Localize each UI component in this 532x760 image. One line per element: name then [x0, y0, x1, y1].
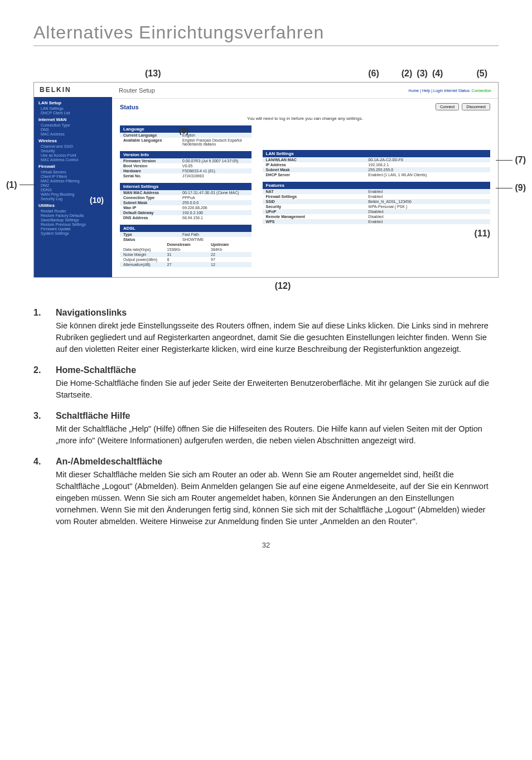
int-sm-v: 255.0.0.0 — [179, 200, 252, 205]
router-setup-title: Router Setup — [119, 87, 155, 94]
sidebar-wireless[interactable]: Wireless — [38, 138, 108, 143]
router-header: Router Setup Home | Help | Login Interne… — [112, 83, 498, 99]
sidebar-firewall[interactable]: Firewall — [38, 164, 108, 169]
section-3-text: Mit der Schaltfläche „Help" (Hilfe) öffn… — [56, 423, 499, 447]
sidebar-item-vs[interactable]: Virtual Servers — [41, 170, 108, 174]
adsl-noise-u: 22 — [207, 252, 252, 257]
sidebar-item-restore[interactable]: Restore Factory Defaults — [41, 214, 108, 217]
section-4-title: An-/Abmeldeschaltfläche — [56, 457, 499, 467]
callout-10: (10) — [90, 196, 104, 205]
section-2-text: Die Home-Schaltfläche finden Sie auf jed… — [56, 377, 499, 401]
adsl-rate-u: 384Kb — [207, 247, 252, 252]
callout-4: (4) — [432, 69, 443, 79]
header-links[interactable]: Home | Help | Login Internet Status: Con… — [409, 89, 491, 93]
int-mac-v: 00-17-31-47-3E-01 (Clone MAC) — [179, 190, 252, 195]
section-2: 2. Home-Schaltfläche Die Home-Schaltfläc… — [33, 365, 499, 401]
adsl-col-empty — [120, 242, 164, 247]
sidebar-item-ap[interactable]: Use as Access Point — [41, 153, 108, 157]
sidebar-item-lan[interactable]: LAN Settings — [41, 107, 108, 110]
adsl-pow-d: 8 — [164, 257, 208, 262]
sidebar-lan-setup[interactable]: LAN Setup — [38, 100, 108, 105]
sidebar-item-fw[interactable]: Firmware Update — [41, 227, 108, 231]
feat-wps-k: WPS — [263, 219, 365, 224]
section-2-num: 2. — [33, 365, 56, 401]
sidebar-item-security[interactable]: Security — [41, 149, 108, 153]
sidebar-item-sys[interactable]: System Settings — [41, 231, 108, 235]
sidebar-item-restoreprev[interactable]: Restore Previous Settings — [41, 222, 108, 226]
sidebar-item-dmz[interactable]: DMZ — [41, 183, 108, 187]
connect-button[interactable]: Connect — [436, 103, 459, 110]
feat-fw-k: Firewall Settings — [263, 194, 365, 199]
int-dg-k: Default Gateway — [120, 210, 179, 215]
panel-lan-title: LAN Settings — [263, 150, 490, 157]
callout-3: (3) — [417, 69, 428, 79]
sidebar-item-restart[interactable]: Restart Router — [41, 209, 108, 213]
lan-mac-k: LAN/WLAN MAC — [263, 157, 365, 162]
router-sidebar[interactable]: BELKIN LAN Setup LAN Settings DHCP Clien… — [34, 83, 112, 277]
sidebar-item-macf[interactable]: MAC Address Filtering — [41, 179, 108, 183]
adsl-status-v: SHOWTIME — [179, 237, 252, 242]
feat-sec-v: WPA-Personal ( PSK ) — [365, 204, 490, 209]
section-4-num: 4. — [33, 457, 56, 527]
ver-boot-v: V0.05 — [179, 163, 252, 168]
section-1-text: Sie können direkt jede Einstellungsseite… — [56, 320, 499, 355]
feat-rm-k: Remote Management — [263, 214, 365, 219]
int-ct-v: PPPoA — [179, 195, 252, 200]
adsl-col-up: Upstream — [207, 242, 252, 247]
sidebar-item-conntype[interactable]: Connection Type — [41, 123, 108, 127]
section-3-title: Schaltfläche Hilfe — [56, 411, 499, 421]
int-wip-k: Wan IP — [120, 205, 179, 210]
page-title: Alternatives Einrichtungsverfahren — [33, 22, 499, 43]
int-dg-v: 192.0.2.100 — [179, 210, 252, 215]
sidebar-item-ipf[interactable]: Client IP Filters — [41, 175, 108, 178]
sidebar-item-dhcp[interactable]: DHCP Client List — [41, 111, 108, 115]
lang-avail-v[interactable]: English Français Deutsch Español Nederla… — [179, 138, 252, 147]
lan-sm-k: Subnet Mask — [263, 167, 365, 172]
int-dns-v: 68.94.156.1 — [179, 215, 252, 220]
section-1: 1. Navigationslinks Sie können direkt je… — [33, 308, 499, 355]
sidebar-internet-wan[interactable]: Internet WAN — [38, 117, 108, 122]
callout-11: (11) — [263, 229, 490, 239]
callout-7: (7) — [496, 155, 526, 165]
status-row: Status Connect Disconnect — [112, 99, 498, 115]
adsl-noise-k: Noise Margin — [120, 252, 164, 257]
lang-avail-k: Available Languages — [120, 138, 179, 147]
adsl-att-u: 12 — [207, 262, 252, 267]
adsl-status-k: Status — [120, 237, 179, 242]
section-4-text: Mit dieser Schaltfläche melden Sie sich … — [56, 469, 499, 527]
sidebar-item-channel[interactable]: Channel and SSID — [41, 144, 108, 148]
ver-sn-v: J724318983 — [179, 173, 252, 178]
feat-ssid-v: Belkin_N_ADSL_123456 — [365, 199, 490, 204]
ver-sn-k: Serial No. — [120, 173, 179, 178]
adsl-pow-k: Output power(dBm) — [120, 257, 164, 262]
sidebar-item-mac[interactable]: MAC Address — [41, 132, 108, 136]
panel-adsl: ADSL TypeFast Path StatusSHOWTIME Downst… — [120, 225, 252, 267]
adsl-att-k: Attenuation(dB) — [120, 262, 164, 267]
sidebar-item-save[interactable]: Save/Backup Settings — [41, 218, 108, 222]
feat-nat-k: NAT — [263, 189, 365, 194]
ver-hw-v: F5D8633-4 v1 (01) — [179, 168, 252, 173]
callout-9: (9) — [496, 183, 526, 193]
screenshot-diagram: (13) (6) (2) (3) (4) (5) (1) (10) (7) (9… — [33, 69, 499, 291]
feat-wps-v: Enabled — [365, 219, 490, 224]
lan-dhcp-k: DHCP Server — [263, 172, 365, 177]
ver-fw-k: Firmware Version — [120, 158, 179, 163]
sidebar-item-macctrl[interactable]: MAC Address Control — [41, 158, 108, 162]
lan-ip-k: IP Address — [263, 162, 365, 167]
lan-sm-v: 255.255.255.0 — [365, 167, 490, 172]
callout-12: (12) — [33, 281, 499, 291]
adsl-att-d: 27 — [164, 262, 208, 267]
adsl-col-down: Downstream — [164, 242, 208, 247]
sidebar-item-ddns[interactable]: DDNS — [41, 188, 108, 192]
login-note: You will need to log in before you can c… — [112, 115, 498, 125]
feat-rm-v: Disabled — [365, 214, 490, 219]
brand-logo: BELKIN — [34, 83, 112, 97]
adsl-noise-d: 31 — [164, 252, 208, 257]
disconnect-button[interactable]: Disconnect — [462, 103, 490, 110]
status-label: Status — [120, 104, 139, 110]
feat-nat-v: Enabled — [365, 189, 490, 194]
section-2-title: Home-Schaltfläche — [56, 365, 499, 375]
sidebar-item-dns[interactable]: DNS — [41, 128, 108, 132]
ver-fw-v: 0.00.07R3 (Jul 9 2007 14:37:05) — [179, 158, 252, 163]
panel-internet: Internet Settings WAN MAC Address00-17-3… — [120, 183, 252, 220]
